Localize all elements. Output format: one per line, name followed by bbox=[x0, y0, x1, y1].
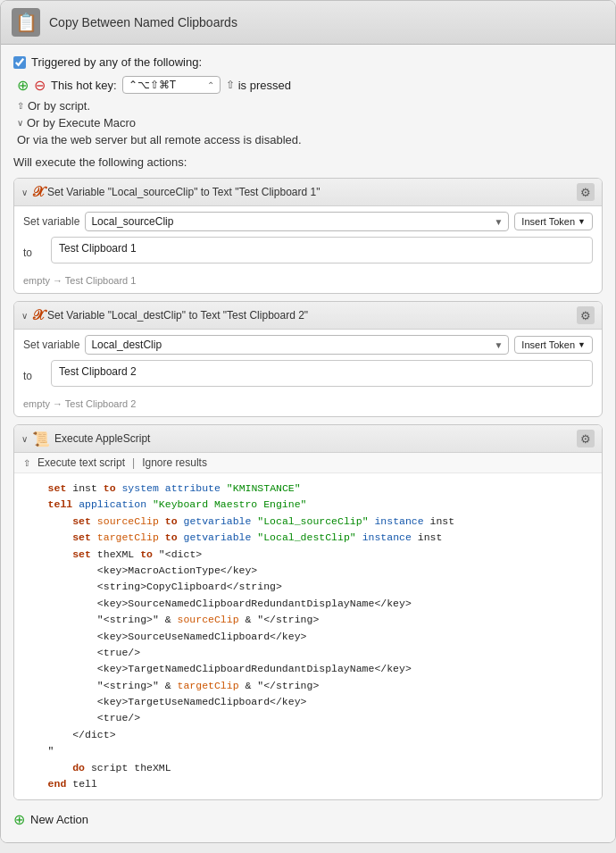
applescript-expand-arrow[interactable]: ∨ bbox=[21, 434, 28, 444]
action1-title: Set Variable "Local_sourceClip" to Text … bbox=[47, 186, 320, 198]
triggered-checkbox[interactable] bbox=[13, 56, 26, 69]
action1-insert-token-button[interactable]: Insert Token ▼ bbox=[514, 213, 593, 230]
action2-set-variable-label: Set variable bbox=[23, 339, 79, 351]
new-action-plus-icon[interactable]: ⊕ bbox=[13, 811, 25, 828]
code-line: tell application "Keyboard Maestro Engin… bbox=[23, 497, 593, 513]
is-pressed-label: is pressed bbox=[238, 79, 291, 92]
action-header-1: ∨ 𝒳 Set Variable "Local_sourceClip" to T… bbox=[14, 179, 602, 206]
subheader-separator: | bbox=[132, 456, 135, 469]
action1-value-box[interactable]: Test Clipboard 1 bbox=[51, 237, 593, 263]
action1-variable-dropdown[interactable]: Local_sourceClip ▼ bbox=[85, 212, 509, 231]
ignore-results-label[interactable]: Ignore results bbox=[142, 456, 207, 469]
trigger-section: Triggered by any of the following: ⊕ ⊖ T… bbox=[13, 55, 603, 146]
will-execute-label: Will execute the following actions: bbox=[13, 155, 603, 169]
hotkey-row: ⊕ ⊖ This hot key: ⌃⌥⇧⌘T ⌃ ⇧ is pressed bbox=[17, 76, 603, 94]
new-action-row[interactable]: ⊕ New Action bbox=[13, 807, 603, 832]
action-header-2: ∨ 𝒳 Set Variable "Local_destClip" to Tex… bbox=[14, 302, 602, 330]
code-line: " bbox=[23, 743, 593, 759]
or-by-script-label: Or by script. bbox=[28, 99, 90, 113]
window-title: Copy Between Named Clipboards bbox=[49, 15, 237, 29]
action-block-1: ∨ 𝒳 Set Variable "Local_sourceClip" to T… bbox=[13, 178, 603, 294]
action2-to-label: to bbox=[23, 370, 46, 382]
action1-field-row: Set variable Local_sourceClip ▼ Insert T… bbox=[23, 212, 593, 231]
code-line: set targetClip to getvariable "Local_des… bbox=[23, 530, 593, 546]
action2-variable-name: Local_destClip bbox=[91, 339, 162, 351]
or-by-execute-macro-label: Or by Execute Macro bbox=[27, 116, 136, 130]
new-action-label: New Action bbox=[30, 813, 88, 826]
shift-indicator: ⇧ bbox=[226, 79, 235, 91]
action1-x-icon: 𝒳 bbox=[32, 184, 43, 200]
script-expand-arrow: ⇧ bbox=[17, 101, 24, 111]
applescript-gear-button[interactable]: ⚙ bbox=[577, 430, 595, 447]
code-line: <key>SourceUseNamedClipboard</key> bbox=[23, 629, 593, 645]
action-block-2: ∨ 𝒳 Set Variable "Local_destClip" to Tex… bbox=[13, 301, 603, 417]
window-icon: 📋 bbox=[12, 8, 40, 37]
action1-variable-name: Local_sourceClip bbox=[91, 215, 173, 228]
or-by-execute-macro-row[interactable]: ∨ Or by Execute Macro bbox=[17, 116, 603, 130]
title-bar: 📋 Copy Between Named Clipboards bbox=[1, 1, 615, 45]
action1-dropdown-arrow: ▼ bbox=[494, 217, 503, 227]
action1-to-label: to bbox=[23, 247, 46, 259]
action2-gear-button[interactable]: ⚙ bbox=[577, 306, 595, 324]
code-line: <key>TargetNamedClipboardRedundantDispla… bbox=[23, 661, 593, 677]
action-header-left-1: ∨ 𝒳 Set Variable "Local_sourceClip" to T… bbox=[21, 184, 571, 200]
hotkey-value: ⌃⌥⇧⌘T bbox=[129, 79, 176, 91]
action2-insert-token-button[interactable]: Insert Token ▼ bbox=[514, 336, 593, 354]
code-line: <key>SourceNamedClipboardRedundantDispla… bbox=[23, 596, 593, 612]
action2-field-row: Set variable Local_destClip ▼ Insert Tok… bbox=[23, 335, 593, 355]
main-window: 📋 Copy Between Named Clipboards Triggere… bbox=[0, 0, 616, 843]
action1-preview: empty → Test Clipboard 1 bbox=[23, 273, 593, 288]
action-header-left-2: ∨ 𝒳 Set Variable "Local_destClip" to Tex… bbox=[21, 307, 571, 323]
code-line: <key>TargetUseNamedClipboard</key> bbox=[23, 694, 593, 710]
action2-value-box[interactable]: Test Clipboard 2 bbox=[51, 360, 593, 387]
applescript-icon: 📜 bbox=[32, 431, 50, 447]
applescript-subheader: ⇧ Execute text script | Ignore results bbox=[14, 453, 602, 473]
code-line: "<string>" & sourceClip & "</string> bbox=[23, 612, 593, 628]
action1-gear-button[interactable]: ⚙ bbox=[577, 183, 595, 201]
action2-insert-token-label: Insert Token bbox=[521, 339, 575, 350]
web-server-label: Or via the web server but all remote acc… bbox=[17, 133, 302, 146]
hotkey-label: This hot key: bbox=[51, 79, 117, 92]
action2-value: Test Clipboard 2 bbox=[59, 365, 137, 378]
action2-x-icon: 𝒳 bbox=[32, 307, 43, 323]
code-line: set inst to system attribute "KMINSTANCE… bbox=[23, 481, 593, 497]
execute-macro-arrow: ∨ bbox=[17, 118, 23, 128]
action2-to-row: to Test Clipboard 2 bbox=[23, 360, 593, 391]
action1-insert-token-arrow: ▼ bbox=[578, 217, 586, 226]
applescript-header-left: ∨ 📜 Execute AppleScript bbox=[21, 431, 571, 447]
triggered-label: Triggered by any of the following: bbox=[31, 55, 202, 69]
remove-trigger-button[interactable]: ⊖ bbox=[34, 77, 46, 94]
applescript-header: ∨ 📜 Execute AppleScript ⚙ bbox=[14, 425, 602, 453]
web-server-row: Or via the web server but all remote acc… bbox=[17, 133, 603, 146]
action1-to-row: to Test Clipboard 1 bbox=[23, 237, 593, 268]
action1-insert-token-label: Insert Token bbox=[521, 216, 575, 227]
action1-set-variable-label: Set variable bbox=[23, 215, 79, 228]
action1-value: Test Clipboard 1 bbox=[59, 242, 137, 255]
code-line: <key>MacroActionType</key> bbox=[23, 563, 593, 579]
code-line: <true/> bbox=[23, 710, 593, 726]
hotkey-dropdown[interactable]: ⌃⌥⇧⌘T ⌃ bbox=[122, 76, 221, 94]
action1-expand-arrow[interactable]: ∨ bbox=[21, 188, 28, 197]
execute-text-script-label[interactable]: Execute text script bbox=[37, 456, 125, 469]
action2-insert-token-arrow: ▼ bbox=[578, 340, 586, 349]
add-trigger-button[interactable]: ⊕ bbox=[17, 77, 29, 94]
code-line: do script theXML bbox=[23, 760, 593, 776]
action2-title: Set Variable "Local_destClip" to Text "T… bbox=[47, 309, 308, 322]
hotkey-dropdown-arrow: ⌃ bbox=[207, 80, 214, 90]
code-line: "<string>" & targetClip & "</string> bbox=[23, 678, 593, 694]
code-container: set inst to system attribute "KMINSTANCE… bbox=[23, 481, 593, 792]
code-line: set theXML to "<dict> bbox=[23, 547, 593, 563]
content-area: Triggered by any of the following: ⊕ ⊖ T… bbox=[1, 45, 615, 842]
action2-dropdown-arrow: ▼ bbox=[494, 340, 503, 350]
action2-variable-dropdown[interactable]: Local_destClip ▼ bbox=[85, 335, 509, 355]
code-line: end tell bbox=[23, 776, 593, 792]
subheader-arrow: ⇧ bbox=[23, 458, 30, 468]
action2-body: Set variable Local_destClip ▼ Insert Tok… bbox=[14, 330, 602, 416]
is-pressed-row: ⇧ is pressed bbox=[226, 79, 291, 92]
or-by-script-row[interactable]: ⇧ Or by script. bbox=[17, 99, 603, 113]
action1-body: Set variable Local_sourceClip ▼ Insert T… bbox=[14, 206, 602, 293]
action2-expand-arrow[interactable]: ∨ bbox=[21, 311, 28, 321]
applescript-title: Execute AppleScript bbox=[54, 432, 150, 445]
code-line: set sourceClip to getvariable "Local_sou… bbox=[23, 514, 593, 530]
applescript-block: ∨ 📜 Execute AppleScript ⚙ ⇧ Execute text… bbox=[13, 424, 603, 800]
